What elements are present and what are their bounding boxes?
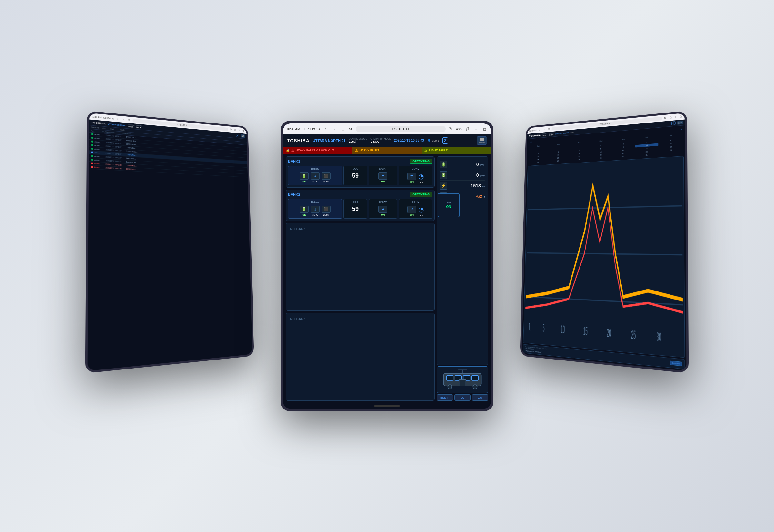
left-add-icon[interactable]: + (237, 128, 241, 132)
center-tablet-screen: 10:38 AM Tue Oct 13 ‹ › ⊞ aA 172.16.0.60… (283, 123, 491, 409)
left-forward-button[interactable]: › (121, 117, 126, 122)
center-home-indicator (283, 403, 491, 409)
center-bank1-soc: SOC 59 (343, 166, 367, 185)
event-time-8: 2020/10/13 10:42:37 (106, 160, 124, 163)
right-tabs-icon[interactable]: ⧉ (679, 114, 683, 119)
center-menu-button[interactable]: Menu (477, 136, 487, 145)
center-back-button[interactable]: ‹ (322, 125, 329, 133)
right-toshiba-logo: TOSHIBA (529, 134, 541, 137)
center-ess-if-button[interactable]: ESS IF (437, 394, 453, 401)
center-control-mode-group: CONTROL MODE Local (349, 138, 367, 143)
center-bank2-temp-val: 20℃ (312, 213, 318, 216)
event-dot-8 (91, 159, 93, 161)
center-bank2-conv-switch-box: ⇄ ON (407, 206, 416, 217)
center-bank2-voltage-box: ⬛ 208v (322, 206, 331, 216)
left-date-filter: Start: ... (110, 128, 116, 131)
left-operation-mode: Opertn V-SOC (136, 125, 142, 129)
center-date: Tue Oct 13 (304, 127, 320, 131)
center-add-icon[interactable]: + (473, 126, 479, 132)
right-back-button[interactable]: ‹ (537, 128, 541, 132)
left-share-icon[interactable]: ⎙ (233, 128, 237, 132)
right-download-info: File : EL-4AA-& CONV IF_2020/10/13.csv D… (525, 346, 547, 354)
center-lc-button[interactable]: LC (454, 394, 471, 401)
center-warning-icon-1: ⚠ (291, 149, 294, 152)
center-no-bank-2-text: NO BANK (290, 317, 306, 321)
center-bank1-title: BANK1 (288, 159, 300, 163)
right-add-icon[interactable]: + (673, 115, 678, 119)
left-toshiba-logo: TOSHIBA (91, 121, 106, 125)
left-back-button[interactable]: ‹ (115, 116, 120, 121)
right-download-button[interactable]: Download (670, 361, 682, 366)
svg-point-17 (473, 385, 477, 389)
center-operation-mode-group: OPERATION MODE V-SOC (370, 138, 391, 143)
right-control-mode: Control Local (542, 133, 548, 137)
center-bank2-conv-power-val: 0kw (419, 214, 423, 217)
center-bank1-voltage-icon: ⬛ (322, 172, 331, 180)
center-tabs-icon[interactable]: ⧉ (481, 126, 488, 132)
event-time-7: 2020/10/13 10:42:37 (106, 156, 124, 159)
right-op-value: V-SOC (549, 134, 554, 136)
right-menu-button[interactable] (677, 121, 683, 125)
center-bank1-battery: Battery 🔋 ON 🌡 20℃ (288, 166, 342, 185)
center-bank2-s4bat-switch-icon: ⇌ (378, 206, 387, 213)
center-share-icon[interactable]: ⎙ (464, 126, 471, 132)
center-forward-button[interactable]: › (331, 125, 338, 133)
center-bank1-s4bat-switch-box: ⇌ ON (378, 172, 387, 183)
event-dot-2 (91, 137, 93, 139)
center-bank2-conv-switch-icon: ⇄ (407, 206, 416, 213)
left-reload-icon[interactable]: ↻ (229, 128, 233, 132)
center-bank1-conv-power-val: 0kw (419, 181, 423, 184)
event-time-6: 2020/10/13 10:42:37 (106, 152, 124, 155)
center-metric-power-values: 1518 kw (471, 183, 485, 189)
right-tab-button[interactable]: ⊞ (547, 127, 551, 131)
center-bank2-s4bat-switch-box: ⇌ ON (378, 206, 387, 216)
center-metric-bat2-icon: 🔋 (440, 171, 447, 179)
center-bank1-conv-switch-icon: ⇄ (407, 173, 416, 180)
center-aa-button[interactable]: aA (349, 127, 352, 131)
center-bank1-battery-label: Battery (290, 167, 341, 171)
center-bank1-voltage-box: ⬛ 208v (322, 172, 331, 183)
center-bank1-voltage-val: 208v (323, 180, 329, 183)
center-metric-bat1-value: 0 (476, 162, 479, 167)
center-bank1-bat-switch-val: ON (302, 180, 306, 183)
left-menu-button[interactable] (241, 134, 245, 138)
event-type-1: Action (94, 133, 104, 136)
center-lock-icon: 🔒 (286, 149, 290, 152)
right-forward-button[interactable]: › (542, 127, 546, 132)
cal-day-26[interactable]: 26 (528, 161, 548, 164)
center-tab-button[interactable]: ⊞ (340, 125, 347, 133)
center-bank2-soc-label: SOC (345, 201, 365, 204)
svg-text:25: 25 (631, 328, 636, 341)
center-datetime: 2020/10/13 10:38:43 (394, 139, 424, 142)
center-metric-bat1-unit: kWh (480, 164, 485, 167)
right-calendar-prev[interactable]: › (681, 128, 682, 131)
center-fault-bar: 🔒 ⚠ HEAVY FAULT & LOCK OUT ⚠ HEAVY FAULT… (283, 147, 491, 154)
event-type-5: Action (94, 148, 104, 151)
center-bank2-conv-items: ⇄ ON ◔ 0kw (400, 206, 431, 217)
center-reload-icon[interactable]: ↻ (448, 126, 454, 132)
center-gw-button[interactable]: GW (472, 394, 488, 401)
center-bank1-bat-switch-box: 🔋 ON (300, 172, 309, 183)
center-app-header: TOSHIBA UTTARA NORTH 01 CONTROL MODE Loc… (283, 134, 491, 147)
center-bank1-header: BANK1 OPERATING (288, 159, 432, 164)
center-bank1-conv-switch-val: ON (410, 181, 414, 183)
event-dot-10 (91, 166, 93, 168)
right-chart-svg: 1 5 10 15 20 25 30 (525, 158, 683, 356)
cal-day-27[interactable]: 27 (548, 159, 568, 163)
right-share-icon[interactable]: ⎙ (668, 115, 672, 120)
left-tab-button[interactable]: ⊞ (127, 117, 131, 122)
center-metric-current-unit: A (484, 196, 485, 199)
svg-text:30: 30 (657, 330, 661, 344)
right-reload-icon[interactable]: ↻ (663, 116, 667, 120)
event-dot-7 (91, 155, 93, 157)
left-tabs-icon[interactable]: ⧉ (242, 129, 245, 133)
center-bank2-battery: Battery 🔋 ON 🌡 20℃ (288, 199, 342, 219)
center-address-bar[interactable]: 172.16.0.60 (356, 126, 446, 132)
center-username: user1 (432, 139, 440, 142)
svg-rect-15 (459, 380, 466, 386)
right-time: 12:47:02 (529, 129, 537, 132)
center-station-name: UTTARA NORTH 01 (313, 139, 345, 143)
center-tram-svg (442, 369, 483, 390)
center-metric-bat2: 🔋 0 kWh (440, 170, 485, 181)
center-bank1-s4bat-items: ⇌ ON (370, 172, 396, 183)
